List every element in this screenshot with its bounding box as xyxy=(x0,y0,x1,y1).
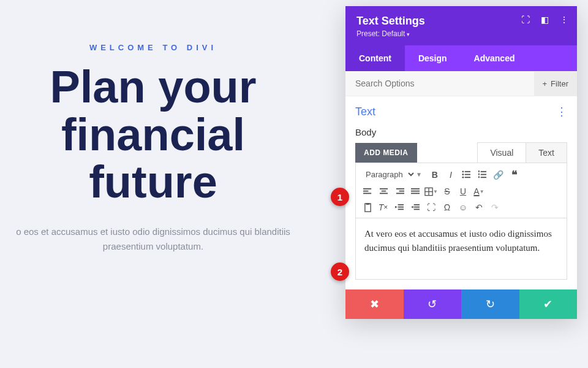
dock-icon[interactable]: ◧ xyxy=(541,15,549,25)
bullet-list-icon[interactable] xyxy=(460,168,473,182)
indent-icon[interactable] xyxy=(409,201,422,214)
svg-rect-22 xyxy=(411,190,420,191)
editor-tab-visual[interactable]: Visual xyxy=(478,143,526,163)
svg-point-4 xyxy=(462,177,464,178)
tab-advanced[interactable]: Advanced xyxy=(461,45,529,71)
fullscreen-icon[interactable]: ⛶ xyxy=(424,201,438,214)
svg-rect-33 xyxy=(413,204,419,205)
paste-text-icon[interactable] xyxy=(361,201,374,214)
tab-design[interactable]: Design xyxy=(405,45,461,71)
svg-rect-28 xyxy=(366,203,369,205)
more-icon[interactable]: ⋮ xyxy=(560,15,568,25)
undo-button[interactable]: ↺ xyxy=(404,289,462,319)
panel-header: Text Settings Preset: Default ⛶ ◧ ⋮ xyxy=(345,6,577,45)
svg-rect-12 xyxy=(363,188,371,189)
text-color-icon[interactable]: A▼ xyxy=(472,185,486,198)
svg-rect-35 xyxy=(413,209,419,210)
link-icon[interactable]: 🔗 xyxy=(492,168,505,182)
special-char-icon[interactable]: Ω xyxy=(440,201,454,214)
svg-rect-18 xyxy=(396,188,404,189)
redo-button[interactable]: ↻ xyxy=(461,289,519,319)
strikethrough-icon[interactable]: S xyxy=(440,185,454,198)
field-label: Body xyxy=(355,127,567,137)
svg-marker-36 xyxy=(411,205,413,208)
outdent-icon[interactable] xyxy=(393,201,406,214)
svg-rect-13 xyxy=(363,190,368,191)
table-icon[interactable]: ▼ xyxy=(424,185,438,198)
svg-rect-34 xyxy=(413,206,419,207)
underline-icon[interactable]: U xyxy=(456,185,470,198)
align-left-icon[interactable] xyxy=(361,185,374,198)
format-select[interactable]: Paragraph xyxy=(361,167,416,182)
plus-icon: + xyxy=(543,79,548,88)
editor-textarea[interactable]: At vero eos et accusamus et iusto odio d… xyxy=(355,218,567,280)
eyebrow-text: WELCOME TO DIVI xyxy=(0,43,306,52)
section-menu-icon[interactable]: ⋮ xyxy=(556,105,567,118)
svg-rect-11 xyxy=(478,176,480,178)
hero-title: Plan your financial future xyxy=(0,63,306,206)
page-preview: WELCOME TO DIVI Plan your financial futu… xyxy=(0,0,318,254)
svg-rect-8 xyxy=(481,177,486,178)
align-right-icon[interactable] xyxy=(393,185,406,198)
svg-rect-10 xyxy=(478,174,480,175)
settings-panel: Text Settings Preset: Default ⛶ ◧ ⋮ Cont… xyxy=(345,6,577,319)
svg-rect-7 xyxy=(481,174,486,175)
svg-rect-14 xyxy=(363,193,371,194)
svg-rect-21 xyxy=(411,188,420,189)
hero-body: o eos et accusamus et iusto odio digniss… xyxy=(0,224,306,254)
undo-icon[interactable]: ↶ xyxy=(472,201,486,214)
svg-point-0 xyxy=(462,171,464,172)
svg-rect-19 xyxy=(399,190,404,191)
italic-icon[interactable]: I xyxy=(444,168,458,182)
add-media-button[interactable]: ADD MEDIA xyxy=(355,143,417,163)
footer-actions: ✖ ↺ ↻ ✔ xyxy=(345,289,577,319)
svg-rect-5 xyxy=(465,177,470,178)
preset-selector[interactable]: Preset: Default xyxy=(356,29,566,38)
number-list-icon[interactable] xyxy=(476,168,489,182)
section-title: Text xyxy=(355,105,375,118)
expand-icon[interactable]: ⛶ xyxy=(521,15,530,25)
clear-format-icon[interactable]: T✕ xyxy=(377,201,390,214)
svg-rect-15 xyxy=(379,188,387,189)
callout-1: 1 xyxy=(331,188,349,206)
emoji-icon[interactable]: ☺ xyxy=(456,201,470,214)
svg-rect-6 xyxy=(481,171,486,172)
svg-rect-17 xyxy=(379,193,387,194)
bold-icon[interactable]: B xyxy=(428,168,442,182)
svg-rect-3 xyxy=(465,174,470,175)
svg-rect-16 xyxy=(381,190,386,191)
search-row: +Filter xyxy=(345,71,577,96)
svg-point-2 xyxy=(462,174,464,175)
text-section: Text ⋮ Body ADD MEDIA Visual Text Paragr… xyxy=(345,96,577,289)
svg-marker-32 xyxy=(395,205,398,208)
svg-rect-31 xyxy=(398,209,403,210)
cancel-button[interactable]: ✖ xyxy=(345,289,404,319)
svg-rect-27 xyxy=(364,203,370,211)
settings-tabs: Content Design Advanced xyxy=(345,45,577,71)
editor-mode-tabs: Visual Text xyxy=(477,142,567,163)
align-justify-icon[interactable] xyxy=(409,185,422,198)
quote-icon[interactable]: ❝ xyxy=(508,168,521,182)
tab-content[interactable]: Content xyxy=(345,45,405,71)
editor-tab-text[interactable]: Text xyxy=(526,143,567,163)
search-input[interactable] xyxy=(345,71,534,96)
filter-button[interactable]: +Filter xyxy=(534,72,577,96)
redo-icon[interactable]: ↷ xyxy=(488,201,502,214)
callout-2: 2 xyxy=(331,263,349,281)
save-button[interactable]: ✔ xyxy=(519,289,578,319)
svg-rect-1 xyxy=(465,171,470,172)
align-center-icon[interactable] xyxy=(377,185,390,198)
svg-rect-29 xyxy=(398,204,403,205)
svg-rect-20 xyxy=(396,193,404,194)
editor-toolbar: Paragraph▼ B I 🔗 ❝ ▼ S U A▼ T✕ ⛶ Ω ☺ ↶ xyxy=(355,163,567,218)
svg-rect-30 xyxy=(398,206,403,207)
svg-rect-9 xyxy=(478,171,480,172)
svg-rect-23 xyxy=(411,193,420,194)
